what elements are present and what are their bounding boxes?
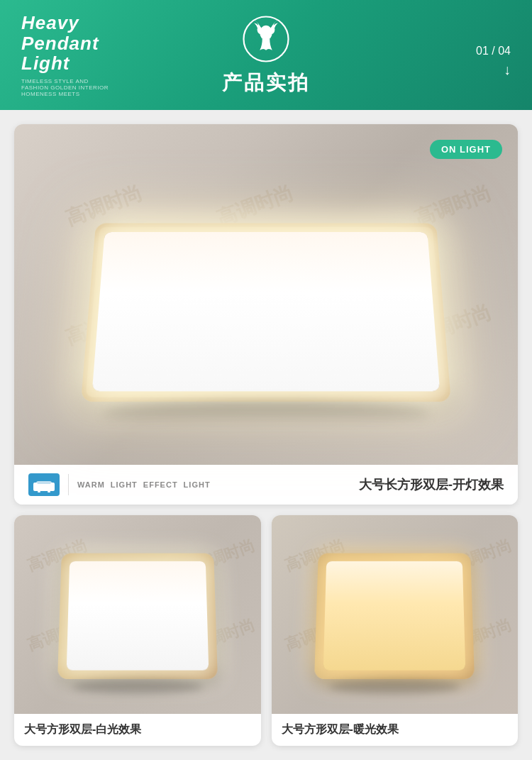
on-light-badge: ON LIGHT [430,140,502,159]
sofa-icon [28,473,60,496]
large-product-card: 高调时尚 高调时尚 高调时尚 高调时尚 高调时尚 高调时尚 ON LIGHT [14,124,518,505]
tag-light2: LIGHT [184,480,211,489]
header-center: 产品实拍 [222,14,310,97]
page-header: Heavy Pendant Light TIMELESS STYLE AND F… [0,0,532,110]
small-image-white: 高调时尚 高调时尚 高调时尚 高调时尚 [14,515,261,714]
large-product-image: 高调时尚 高调时尚 高调时尚 高调时尚 高调时尚 高调时尚 ON LIGHT [14,124,518,465]
brand-section: Heavy Pendant Light TIMELESS STYLE AND F… [21,13,113,97]
page-number: 01 / 04 [476,32,511,59]
tag-effect: EFFECT [143,480,178,489]
svg-rect-9 [48,491,50,492]
light-fixture-small-warm [314,554,475,679]
deer-logo-icon [241,14,291,64]
brand-title: Heavy Pendant Light [21,13,113,74]
sofa-svg [33,477,55,492]
large-card-footer: WARM LIGHT EFFECT LIGHT 大号长方形双层-开灯效果 [14,465,518,505]
small-cards-row: 高调时尚 高调时尚 高调时尚 高调时尚 大号方形双层-白光效果 高调时尚 高调时… [14,515,518,746]
main-content: 高调时尚 高调时尚 高调时尚 高调时尚 高调时尚 高调时尚 ON LIGHT [0,110,532,760]
small-card-warm-light: 高调时尚 高调时尚 高调时尚 高调时尚 大号方形双层-暖光效果 [272,515,519,746]
arrow-down-icon: ↓ [504,62,511,78]
svg-rect-8 [38,491,40,492]
small-card-white-light: 高调时尚 高调时尚 高调时尚 高调时尚 大号方形双层-白光效果 [14,515,261,746]
small-card-warm-caption: 大号方形双层-暖光效果 [272,714,519,746]
page-category-title: 产品实拍 [222,70,310,97]
tag-light1: LIGHT [111,480,138,489]
svg-rect-7 [36,481,52,486]
tag-warm: WARM [77,480,105,489]
small-card-white-caption: 大号方形双层-白光效果 [14,714,261,746]
light-fixture-large [81,223,451,402]
brand-subtitle: TIMELESS STYLE AND FASHION GOLDEN INTERI… [21,78,113,97]
footer-divider [68,474,69,495]
large-card-caption: 大号长方形双层-开灯效果 [359,476,504,493]
tag-row: WARM LIGHT EFFECT LIGHT [77,480,359,489]
light-fixture-small-white [57,554,218,679]
page-number-section: 01 / 04 ↓ [476,32,511,78]
small-image-warm: 高调时尚 高调时尚 高调时尚 高调时尚 [272,515,519,714]
